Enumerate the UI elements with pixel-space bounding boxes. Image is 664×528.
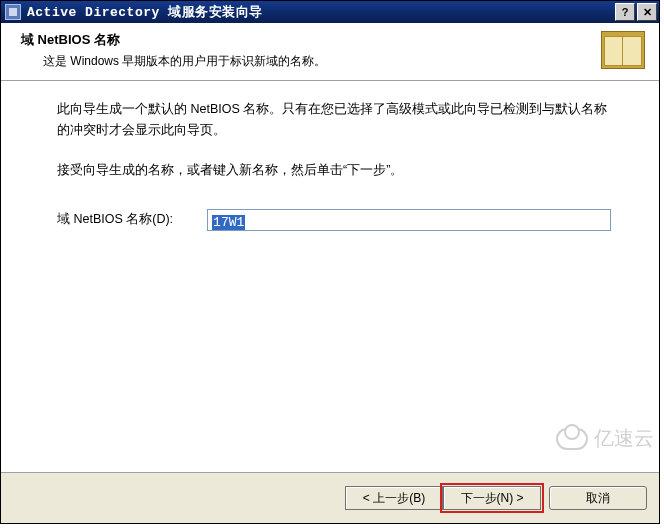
cancel-button[interactable]: 取消 xyxy=(549,486,647,510)
back-button[interactable]: < 上一步(B) xyxy=(345,486,443,510)
description-1: 此向导生成一个默认的 NetBIOS 名称。只有在您已选择了高级模式或此向导已检… xyxy=(57,99,611,142)
page-subtitle: 这是 Windows 早期版本的用户用于标识新域的名称。 xyxy=(43,53,593,70)
netbios-input[interactable]: 17W1 xyxy=(207,209,611,231)
close-button[interactable]: ✕ xyxy=(637,3,657,21)
titlebar: Active Directory 域服务安装向导 ? ✕ xyxy=(1,1,659,23)
book-icon xyxy=(601,31,645,69)
window-title: Active Directory 域服务安装向导 xyxy=(27,3,613,21)
wizard-window: Active Directory 域服务安装向导 ? ✕ 域 NetBIOS 名… xyxy=(0,0,660,524)
description-2: 接受向导生成的名称，或者键入新名称，然后单击“下一步”。 xyxy=(57,160,611,181)
wizard-header: 域 NetBIOS 名称 这是 Windows 早期版本的用户用于标识新域的名称… xyxy=(1,23,659,81)
next-button[interactable]: 下一步(N) > xyxy=(443,486,541,510)
wizard-footer: < 上一步(B) 下一步(N) > 取消 xyxy=(1,473,659,523)
help-button[interactable]: ? xyxy=(615,3,635,21)
page-title: 域 NetBIOS 名称 xyxy=(21,31,593,49)
app-icon xyxy=(5,4,21,20)
netbios-label: 域 NetBIOS 名称(D): xyxy=(57,209,173,230)
netbios-row: 域 NetBIOS 名称(D): 17W1 xyxy=(57,209,611,231)
wizard-body: 此向导生成一个默认的 NetBIOS 名称。只有在您已选择了高级模式或此向导已检… xyxy=(1,81,659,473)
